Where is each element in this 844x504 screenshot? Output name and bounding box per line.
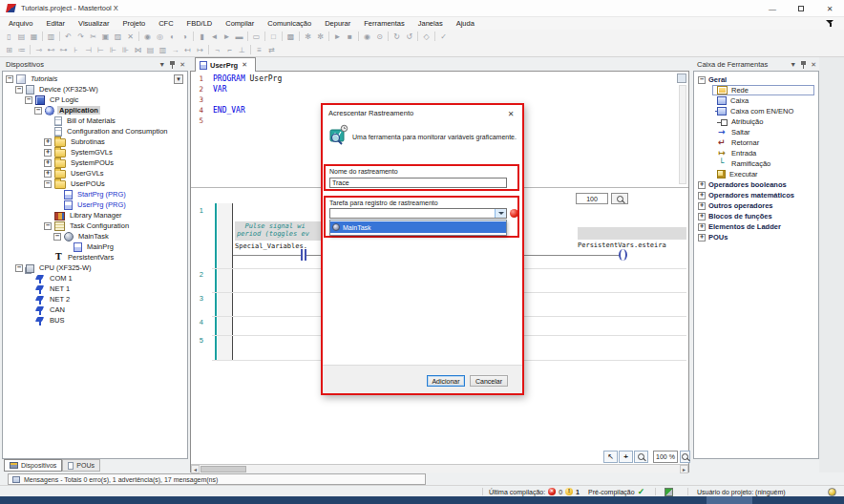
tree-item-usergvls[interactable]: +UserGVLs (3, 168, 187, 178)
toolbar-find-in-project-icon[interactable]: ◐ (166, 31, 179, 42)
panel-close-icon[interactable]: ✕ (811, 61, 816, 68)
toolbar-insert-reset-coil-icon[interactable]: ⊩ (107, 44, 119, 55)
add-button[interactable]: Adicionar (427, 375, 465, 387)
panel-close-icon[interactable]: ✕ (179, 61, 185, 68)
tree-item-maintask[interactable]: −MainTask (3, 231, 187, 242)
tree-expander-icon[interactable]: − (25, 96, 32, 104)
toolbar-bookmark-toggle-icon[interactable]: ▮ (196, 31, 208, 42)
toolbox-item-caixa[interactable]: Caixa (694, 95, 814, 106)
toolbox-section-blocos-de-fun-es[interactable]: +Blocos de funções (694, 211, 818, 221)
menu-depurar[interactable]: Depurar (318, 19, 357, 28)
pan-icon[interactable]: + (619, 451, 633, 463)
declaration-scrollbar[interactable] (679, 85, 686, 184)
scrollbar-thumb[interactable] (200, 466, 246, 472)
toolbar-insert-return-icon[interactable]: ↤ (181, 44, 194, 55)
code-line[interactable]: 1PROGRAM UserPrg (192, 74, 674, 84)
menu-arquivo[interactable]: Arquivo (2, 19, 39, 28)
toolbar-insert-jump-icon[interactable]: → (169, 44, 181, 55)
toolbox-item-entrada[interactable]: Entrada (694, 148, 814, 158)
close-button[interactable]: ✕ (815, 0, 844, 17)
tree-item-device-xf325-w[interactable]: −Device (XF325-W) (3, 84, 187, 94)
tree-item-configuration-and-consumption[interactable]: Configuration and Consumption (3, 126, 187, 136)
coil-symbol[interactable] (619, 249, 627, 261)
split-handle-icon[interactable] (677, 74, 686, 83)
tree-expander-icon[interactable]: + (44, 170, 52, 178)
toolbox-section-geral[interactable]: −Geral (694, 74, 818, 85)
contact-variable-label[interactable]: Special_Variables. (235, 242, 307, 250)
toolbox-expander-icon[interactable]: + (698, 202, 706, 210)
toolbox-section-operadores-booleanos[interactable]: +Operadores booleanos (694, 179, 818, 190)
tree-expander-icon[interactable]: − (34, 107, 42, 115)
toolbar-step-into-icon[interactable]: ↻ (390, 31, 403, 42)
scroll-left-icon[interactable]: ◄ (191, 465, 200, 473)
toolbar-open-project-icon[interactable]: ▤ (15, 31, 28, 42)
minimize-button[interactable]: — (758, 0, 787, 17)
tree-item-net-1[interactable]: NET 1 (3, 284, 187, 294)
toolbox-section-pous[interactable]: +POUs (694, 232, 818, 242)
tree-item-systempous[interactable]: +SystemPOUs (3, 158, 187, 168)
coil-variable-label[interactable]: PersistentVars.esteira (578, 242, 666, 249)
toolbox-expander-icon[interactable]: + (698, 223, 706, 231)
tree-item-task-configuration[interactable]: −Task Configuration (3, 220, 187, 231)
toolbar-browse-cross-ref-icon[interactable]: ⇄ (265, 44, 278, 55)
toolbar-cut-icon[interactable]: ✂ (87, 31, 99, 42)
dialog-close-icon[interactable]: ✕ (505, 108, 517, 119)
toolbar-insert-coil-icon[interactable]: ⊣ (82, 44, 95, 55)
toolbar-set-reset-icon[interactable]: ⊥ (236, 44, 248, 55)
tree-expander-icon[interactable]: + (44, 149, 52, 157)
panel-tab-pous[interactable]: POUs (62, 459, 100, 472)
toolbar-undo-icon[interactable]: ↶ (62, 31, 74, 42)
tree-expander-icon[interactable]: − (44, 222, 52, 230)
tree-expander-icon[interactable]: − (15, 86, 23, 94)
toolbar-replace-in-project-icon[interactable]: ◑ (179, 31, 191, 42)
tree-item-userpous[interactable]: −UserPOUs (3, 178, 187, 189)
tree-item-mainprg[interactable]: MainPrg (3, 242, 187, 252)
pin-icon[interactable] (800, 61, 807, 69)
panel-dropdown-icon[interactable]: ▼ (158, 61, 165, 68)
tree-expander-icon[interactable]: − (6, 75, 13, 83)
tree-expander-icon[interactable]: − (15, 264, 23, 272)
cancel-button[interactable]: Cancelar (470, 375, 508, 387)
tree-item-application[interactable]: −Application (3, 105, 187, 116)
toolbar-generate-code-icon[interactable]: ✻ (302, 31, 314, 42)
toolbar-copy-icon[interactable]: ▣ (99, 31, 112, 42)
toolbox-section-operadores-matem-ticos[interactable]: +Operadores matemáticos (694, 190, 818, 200)
declaration-zoom-value[interactable]: 100 (576, 193, 608, 204)
toolbar-insert-input-icon[interactable]: ▤ (144, 44, 157, 55)
menu-editar[interactable]: Editar (39, 19, 72, 28)
tree-item-net-2[interactable]: NET 2 (3, 294, 187, 304)
toolbar-bookmark-next-icon[interactable]: ► (221, 31, 233, 42)
menu-fbd-ld[interactable]: FBD/LD (180, 19, 220, 28)
tree-item-com-1[interactable]: COM 1 (3, 273, 187, 284)
tree-item-cp-logic[interactable]: −CP Logic (3, 94, 187, 105)
trace-name-input[interactable] (329, 178, 507, 188)
toolbar-bookmark-prev-icon[interactable]: ◄ (208, 31, 221, 42)
toolbar-bookmark-clear-icon[interactable]: ▬ (233, 31, 245, 42)
tree-item-can[interactable]: CAN (3, 304, 187, 315)
task-combobox[interactable] (329, 208, 507, 219)
toolbox-expander-icon[interactable]: + (698, 234, 706, 242)
tree-item-persistentvars[interactable]: PersistentVars (3, 252, 187, 262)
tree-item-userprg-prg[interactable]: UserPrg (PRG) (3, 200, 187, 210)
toolbar-toggle-flow-control-icon[interactable]: ◇ (420, 31, 433, 42)
toolbar-login-icon[interactable]: ◉ (361, 31, 373, 42)
toolbar-stop-icon[interactable]: ■ (344, 31, 356, 42)
toolbar-build-icon[interactable]: ▩ (285, 31, 297, 42)
toolbar-save-project-icon[interactable]: ▦ (28, 31, 40, 42)
toolbox-item-saltar[interactable]: Saltar (694, 127, 814, 137)
toolbar-run-icon[interactable]: ► (331, 31, 344, 42)
dropdown-item-maintask[interactable]: MainTask (330, 221, 506, 233)
tab-userprg[interactable]: UserPrg ✕ (195, 57, 256, 72)
toolbar-find-replace-icon[interactable]: ◎ (154, 31, 166, 42)
menu-projeto[interactable]: Projeto (116, 19, 152, 28)
horizontal-scrollbar[interactable]: ◄ ► (191, 464, 688, 472)
filter-icon[interactable] (826, 19, 834, 28)
tree-item-startprg-prg[interactable]: StartPrg (PRG) (3, 189, 187, 200)
toolbar-insert-block-eneno-icon[interactable]: ⋈ (132, 44, 144, 55)
toolbar-delete-icon[interactable]: ✕ (124, 31, 137, 42)
toolbox-item-executar[interactable]: Executar (694, 169, 814, 179)
toolbar-insert-parallel-negated-icon[interactable]: ⊦ (70, 44, 82, 55)
toolbar-insert-box-icon[interactable]: ▥ (157, 44, 169, 55)
tree-item-bus[interactable]: BUS (3, 315, 187, 326)
toolbox-item-retornar[interactable]: Retornar (694, 137, 814, 148)
